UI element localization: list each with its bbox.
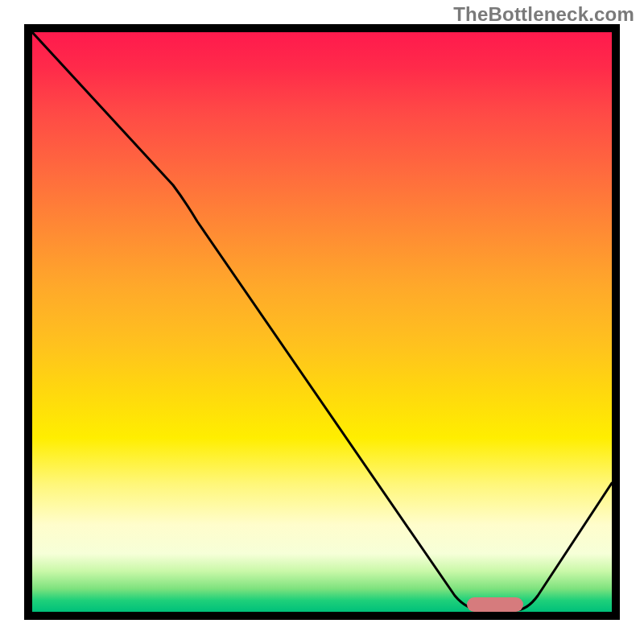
bottleneck-curve [32,32,612,612]
curve-path [32,32,612,610]
plot-area [24,24,620,620]
watermark-label: TheBottleneck.com [453,3,634,26]
optimal-range-marker [467,597,523,612]
chart-root: TheBottleneck.com [0,0,644,644]
